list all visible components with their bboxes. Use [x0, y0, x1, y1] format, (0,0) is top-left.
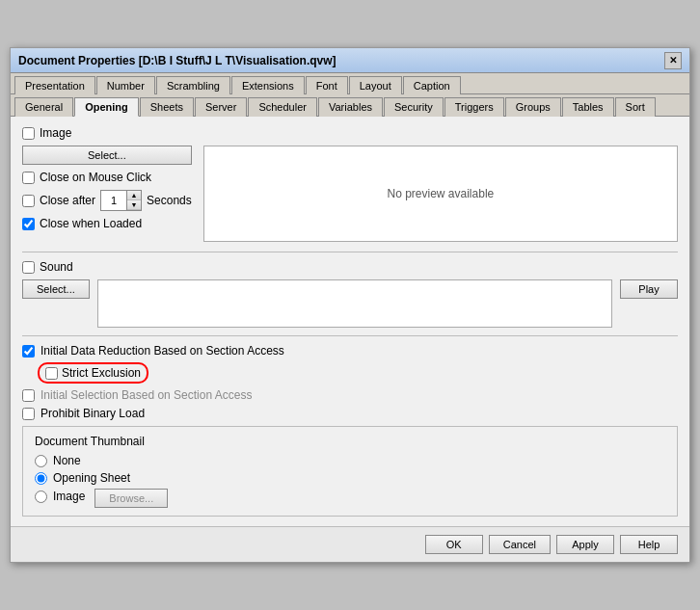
content-area: Image Select... Close on Mouse Click Clo…: [11, 117, 689, 526]
initial-selection-checkbox[interactable]: [22, 389, 35, 402]
tab-caption[interactable]: Caption: [403, 76, 461, 94]
image-preview: No preview available: [203, 146, 678, 242]
close-when-loaded-checkbox[interactable]: [22, 218, 35, 230]
thumbnail-none-row: None: [35, 454, 665, 467]
close-on-mouse-click-row: Close on Mouse Click: [22, 171, 192, 184]
prohibit-binary-checkbox[interactable]: [22, 408, 35, 420]
sound-controls: Select... Play: [22, 279, 678, 328]
close-button[interactable]: ✕: [664, 52, 682, 69]
footer: OK Cancel Apply Help: [11, 526, 689, 562]
sound-preview: [97, 279, 612, 328]
thumbnail-image-row: Image Browse...: [35, 489, 665, 508]
close-after-checkbox[interactable]: [22, 195, 35, 207]
help-button[interactable]: Help: [620, 535, 678, 554]
tab-opening[interactable]: Opening: [74, 97, 139, 117]
tab-number[interactable]: Number: [96, 76, 155, 94]
sound-section: Sound Select... Play: [22, 260, 678, 328]
divider-1: [22, 252, 678, 252]
window-title: Document Properties [D:\B I Stuff\J L T\…: [18, 54, 337, 67]
thumbnail-opening-sheet-radio[interactable]: [35, 472, 47, 485]
tab-extensions[interactable]: Extensions: [231, 76, 305, 94]
strict-exclusion-checkbox[interactable]: [45, 367, 58, 380]
tab-security[interactable]: Security: [384, 97, 444, 117]
play-button[interactable]: Play: [620, 279, 678, 299]
thumbnail-browse-button[interactable]: Browse...: [94, 489, 168, 508]
tab-presentation[interactable]: Presentation: [14, 76, 95, 94]
initial-data-reduction-row: Initial Data Reduction Based on Section …: [22, 344, 678, 358]
image-select-button[interactable]: Select...: [22, 146, 192, 165]
close-when-loaded-row: Close when Loaded: [22, 217, 192, 230]
image-label: Image: [40, 126, 71, 140]
thumbnail-image-radio[interactable]: [35, 491, 47, 503]
tab-scrambling[interactable]: Scrambling: [156, 76, 230, 94]
thumbnail-opening-sheet-label: Opening Sheet: [53, 471, 130, 485]
thumbnail-none-radio[interactable]: [35, 455, 47, 467]
prohibit-binary-row: Prohibit Binary Load: [22, 407, 678, 420]
spinner-up-button[interactable]: ▲: [127, 191, 141, 200]
spinner-down-button[interactable]: ▼: [127, 200, 141, 210]
cancel-button[interactable]: Cancel: [489, 535, 551, 554]
initial-selection-label: Initial Selection Based on Section Acces…: [40, 388, 252, 402]
tab-sheets[interactable]: Sheets: [140, 97, 194, 117]
strict-exclusion-wrapper: Strict Exclusion: [38, 362, 148, 384]
thumbnail-title: Document Thumbnail: [35, 435, 665, 448]
thumbnail-section: Document Thumbnail None Opening Sheet Im…: [22, 426, 678, 517]
thumbnail-image-label: Image: [53, 490, 85, 503]
strict-exclusion-label: Strict Exclusion: [62, 366, 141, 380]
close-when-loaded-label: Close when Loaded: [40, 217, 142, 230]
image-checkbox[interactable]: [22, 127, 35, 140]
close-after-label: Close after: [40, 194, 95, 207]
initial-data-reduction-label: Initial Data Reduction Based on Section …: [40, 344, 284, 358]
tab-general[interactable]: General: [14, 97, 73, 117]
apply-button[interactable]: Apply: [556, 535, 614, 554]
close-on-mouse-click-label: Close on Mouse Click: [40, 171, 151, 184]
tab-server[interactable]: Server: [195, 97, 247, 117]
thumbnail-image-radio-item: Image: [35, 490, 85, 503]
sound-checkbox[interactable]: [22, 261, 35, 274]
preview-text: No preview available: [388, 187, 495, 200]
thumbnail-none-label: None: [53, 454, 81, 467]
ok-button[interactable]: OK: [425, 535, 483, 554]
tab-layout[interactable]: Layout: [349, 76, 402, 94]
image-section-header: Image: [22, 126, 678, 140]
main-window: Document Properties [D:\B I Stuff\J L T\…: [10, 47, 690, 563]
close-after-input[interactable]: [101, 191, 126, 210]
close-on-mouse-click-checkbox[interactable]: [22, 172, 35, 184]
close-after-spinner: ▲ ▼: [100, 190, 142, 211]
initial-data-reduction-checkbox[interactable]: [22, 345, 35, 358]
tab-groups[interactable]: Groups: [505, 97, 561, 117]
sound-header: Sound: [22, 260, 678, 274]
sound-select-button[interactable]: Select...: [22, 279, 90, 299]
tab-row-1: Presentation Number Scrambling Extension…: [11, 73, 689, 94]
close-after-row: Close after ▲ ▼ Seconds: [22, 190, 192, 211]
tab-variables[interactable]: Variables: [318, 97, 383, 117]
tab-row-2: General Opening Sheets Server Scheduler …: [11, 94, 689, 117]
image-controls: Select... Close on Mouse Click Close aft…: [22, 146, 192, 242]
checkbox-group: Initial Data Reduction Based on Section …: [22, 344, 678, 420]
seconds-label: Seconds: [147, 194, 192, 207]
thumbnail-opening-row: Opening Sheet: [35, 471, 665, 485]
prohibit-binary-label: Prohibit Binary Load: [40, 407, 145, 420]
title-bar: Document Properties [D:\B I Stuff\J L T\…: [11, 48, 689, 73]
tab-triggers[interactable]: Triggers: [444, 97, 504, 117]
tab-font[interactable]: Font: [306, 76, 348, 94]
tab-scheduler[interactable]: Scheduler: [248, 97, 317, 117]
spinner-buttons: ▲ ▼: [126, 191, 141, 210]
tab-tables[interactable]: Tables: [562, 97, 614, 117]
sound-label: Sound: [40, 260, 73, 274]
divider-2: [22, 335, 678, 336]
initial-selection-row: Initial Selection Based on Section Acces…: [22, 388, 678, 402]
image-section: Select... Close on Mouse Click Close aft…: [22, 146, 678, 242]
tab-sort[interactable]: Sort: [615, 97, 656, 117]
